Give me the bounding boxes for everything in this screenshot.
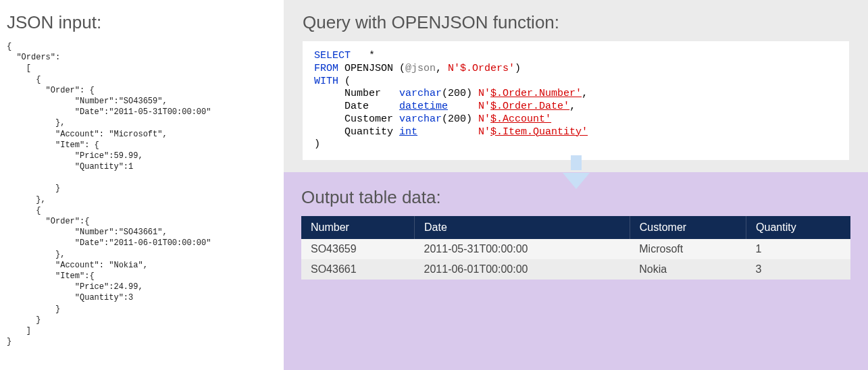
right-panel: Query with OPENJSON function: SELECT * F… bbox=[284, 0, 868, 370]
col-header: Quantity bbox=[746, 216, 850, 239]
col-number: Number bbox=[344, 88, 381, 99]
output-table: Number Date Customer Quantity SO43659 20… bbox=[301, 216, 850, 280]
output-title: Output table data: bbox=[301, 187, 850, 208]
col-header: Date bbox=[415, 216, 630, 239]
col-header: Customer bbox=[630, 216, 746, 239]
kw-from: FROM bbox=[314, 63, 338, 74]
json-input-title: JSON input: bbox=[7, 12, 270, 33]
col-header: Number bbox=[301, 216, 415, 239]
col-customer: Customer bbox=[344, 113, 393, 125]
down-arrow-icon bbox=[563, 155, 590, 189]
col-quantity: Quantity bbox=[344, 126, 393, 138]
json-input-panel: JSON input: { "Orders": [ { "Order": { "… bbox=[0, 0, 284, 370]
json-input-code: { "Orders": [ { "Order": { "Number":"SO4… bbox=[7, 41, 270, 347]
kw-select: SELECT bbox=[314, 50, 351, 61]
query-title: Query with OPENJSON function: bbox=[303, 12, 849, 33]
output-panel: Output table data: Number Date Customer … bbox=[284, 172, 868, 370]
kw-with: WITH bbox=[314, 76, 338, 87]
table-header-row: Number Date Customer Quantity bbox=[301, 216, 850, 239]
table-row: SO43659 2011-05-31T00:00:00 Microsoft 1 bbox=[301, 239, 850, 259]
query-panel: Query with OPENJSON function: SELECT * F… bbox=[284, 0, 868, 172]
table-row: SO43661 2011-06-01T00:00:00 Nokia 3 bbox=[301, 259, 850, 280]
col-date: Date bbox=[344, 101, 369, 112]
sql-code: SELECT * FROM OPENJSON (@json, N'$.Order… bbox=[303, 41, 849, 160]
